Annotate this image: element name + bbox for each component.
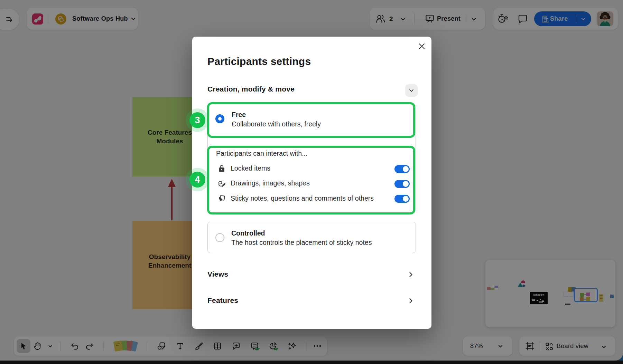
section-header: Creation, modify & move <box>207 85 295 93</box>
controlled-option-label: Controlled <box>231 229 265 237</box>
annotation-badge-4: 4 <box>189 172 205 188</box>
controlled-radio[interactable] <box>215 233 224 242</box>
chevron-right-icon[interactable] <box>407 271 414 278</box>
views-link-label[interactable]: Views <box>207 270 228 278</box>
close-button[interactable] <box>416 41 427 52</box>
chevron-down-icon <box>408 87 415 94</box>
annotation-badge-3: 3 <box>189 112 205 128</box>
chevron-right-icon[interactable] <box>407 297 414 304</box>
app-screen: Core Features Modules Observability Enha… <box>0 0 623 364</box>
collapse-section-button[interactable] <box>405 84 418 97</box>
features-link-label[interactable]: Features <box>207 296 238 305</box>
controlled-option-description: The host controls the placement of stick… <box>231 239 372 247</box>
modal-title: Participants settings <box>207 56 311 67</box>
annotation-box-interact <box>207 146 415 214</box>
annotation-box-free <box>207 102 415 138</box>
controlled-option-card[interactable]: Controlled The host controls the placeme… <box>207 222 416 253</box>
close-icon <box>419 43 425 49</box>
